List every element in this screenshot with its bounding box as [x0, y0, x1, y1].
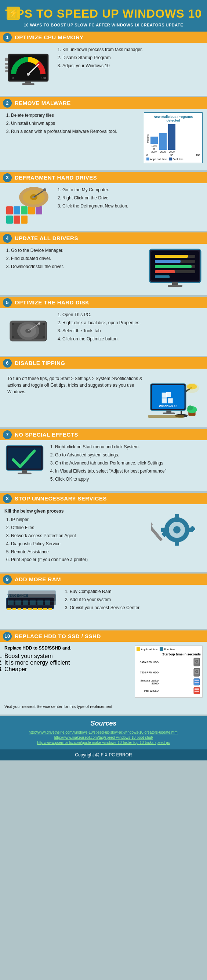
svg-rect-99 [23, 608, 26, 610]
list-item: Click the Defragment Now button. [62, 203, 202, 209]
svg-rect-62 [168, 398, 173, 404]
section-6-number: 6 [3, 359, 12, 368]
svg-rect-117 [194, 680, 199, 681]
section-8-title: STOP UNNECESSARY SERVICES [15, 495, 107, 501]
section-3: 3 DEFRAGMENT HARD DRIVES [0, 172, 207, 231]
section-8-number: 8 [3, 494, 12, 503]
svg-rect-78 [175, 541, 179, 546]
section-5: 5 OPTIMIZE THE HARD DISK [0, 297, 207, 356]
svg-rect-17 [28, 206, 35, 215]
section-10: 10 REPLACE HDD TO SSD / SSHD Replace HDD… [0, 630, 207, 714]
section-10-title: REPLACE HDD TO SSD / SSHD [15, 633, 101, 639]
ssd-bar-label-3: Seagate Laptop SSHD [137, 679, 159, 685]
gear-image [151, 508, 202, 552]
svg-rect-103 [43, 608, 47, 610]
hdd2-image [5, 312, 52, 348]
list-item: Adjust your Windows 10 [62, 63, 202, 69]
ssd-bar-label-2: 7200 RPM HDD [137, 671, 159, 674]
ssd-legend-app: App Load time [137, 648, 158, 651]
section-4-number: 4 [3, 234, 12, 243]
sources-link-3[interactable]: http://www.pcerrror-fix.com/guide-make-w… [6, 741, 201, 745]
section-3-number: 3 [3, 173, 12, 182]
svg-rect-35 [155, 265, 191, 268]
svg-text:100: 100 [41, 76, 46, 80]
section-4-steps: Go to the Device Manager. Find outdated … [5, 248, 144, 271]
svg-rect-21 [21, 216, 27, 224]
svg-point-47 [38, 322, 40, 325]
section-6-text: To turn off these tips, go to Start > Se… [5, 372, 144, 398]
svg-rect-10 [5, 58, 8, 61]
list-item: On the Advanced tab under Performance, c… [55, 460, 202, 466]
svg-rect-20 [14, 216, 20, 224]
section-3-steps: Go to the My Computer. Right Click on th… [56, 187, 202, 211]
section-2-content: Delete temporary files Uninstall unknwn … [0, 109, 207, 167]
chart-bar-2: 2008 [159, 133, 167, 153]
header-icon: ⚡ [6, 6, 21, 21]
ram-image: VENGEANCE [5, 589, 59, 622]
section-10-number: 10 [3, 632, 12, 641]
section-2-number: 2 [3, 99, 12, 108]
ssd-chart: App Load time Boot time Start-up time in… [135, 646, 202, 698]
list-item: Network Access Protection Agent [11, 533, 148, 539]
section-4: 4 UPDATE ALL DRIVERS Go to the Device Ma… [0, 232, 207, 295]
section-10-text: Replace HDD to SSD/SSHD and, Boost your … [5, 646, 131, 698]
svg-rect-66 [148, 415, 184, 418]
list-item: Find outdated driver. [11, 256, 144, 262]
list-item: Disable Startup Program [62, 55, 202, 61]
svg-rect-61 [162, 398, 167, 404]
svg-rect-31 [155, 255, 188, 258]
section-3-content: Go to the My Computer. Right Click on th… [0, 183, 207, 227]
list-item: Download/Install the driver. [11, 264, 144, 270]
list-item: Go to the My Computer. [62, 187, 202, 193]
section-9-number: 9 [3, 575, 12, 584]
section-7-content: Right-click on Start menu and click Syst… [0, 440, 207, 488]
section-1-steps: Kill unknown process from taks manager. … [56, 47, 202, 70]
section-5-content: Open This PC. Right-click a local disk, … [0, 308, 207, 352]
section-8-header: 8 STOP UNNECESSARY SERVICES [0, 493, 207, 504]
section-9-header: 9 ADD MORE RAM [0, 574, 207, 585]
svg-rect-102 [38, 608, 42, 610]
section-8-text: Kill the below given process IP helper O… [5, 508, 148, 565]
svg-point-50 [12, 336, 14, 338]
sources-link-1[interactable]: http://www.drivethelife.com/windows-10/s… [6, 730, 201, 734]
section-5-title: OPTIMIZE THE HARD DISK [15, 299, 89, 305]
section-9-title: ADD MORE RAM [15, 576, 61, 582]
section-5-number: 5 [3, 298, 12, 307]
sources-link-2[interactable]: http://www.makeuseof.com/tag/speed-windo… [6, 735, 201, 740]
chart-bar-1: 1992to2007 [150, 137, 158, 153]
ssd-bar-hdd2-img [193, 668, 201, 677]
svg-rect-9 [22, 83, 35, 85]
list-item: Right-click on Start menu and click Syst… [55, 444, 202, 450]
list-item: Uninstall unknwn apps [11, 121, 140, 127]
list-item: Right Click on the Drive [62, 195, 202, 201]
section-8-intro: Kill the below given process [5, 508, 148, 514]
list-item: Click on the Optimize button. [62, 336, 202, 342]
list-item: Go to Advanced system settings. [55, 452, 202, 458]
svg-point-55 [185, 383, 199, 393]
section-7: 7 NO SPECIAL EFFECTS Right-click on Star… [0, 429, 207, 491]
section-9-steps: Buy Compatible Ram Add it to your system… [63, 589, 202, 612]
list-item: Or visit your nearest Service Center [70, 605, 202, 611]
section-9-content: VENGEANCE Buy Compatible Ram Add it to y… [0, 585, 207, 625]
ssd-chart-title: Start-up time in seconds [137, 652, 201, 656]
svg-rect-97 [13, 608, 16, 610]
section-10-header: 10 REPLACE HDD TO SSD / SSHD [0, 630, 207, 642]
sources-title: Sources [6, 720, 201, 727]
list-item: Boost your system [5, 653, 131, 659]
list-item: Open This PC. [62, 312, 202, 318]
bar-label-1: 1992to2007 [151, 145, 157, 153]
section-8: 8 STOP UNNECESSARY SERVICES Kill the bel… [0, 493, 207, 572]
svg-rect-14 [6, 206, 13, 215]
svg-rect-65 [163, 413, 175, 414]
svg-rect-37 [155, 270, 175, 273]
section-2-header: 2 REMOVE MALWARE [0, 97, 207, 109]
section-7-steps: Right-click on Start menu and click Syst… [48, 444, 202, 484]
section-9: 9 ADD MORE RAM [0, 574, 207, 629]
section-6-paragraph: To turn off these tips, go to Start > Se… [7, 375, 142, 395]
section-7-number: 7 [3, 430, 12, 439]
svg-point-48 [12, 323, 14, 325]
ssd-bar-row-2: 7200 RPM HDD [137, 668, 201, 677]
section-6: 6 DISABLE TIPPING To turn off these tips… [0, 357, 207, 427]
svg-rect-107 [8, 590, 56, 601]
section-3-header: 3 DEFRAGMENT HARD DRIVES [0, 172, 207, 183]
